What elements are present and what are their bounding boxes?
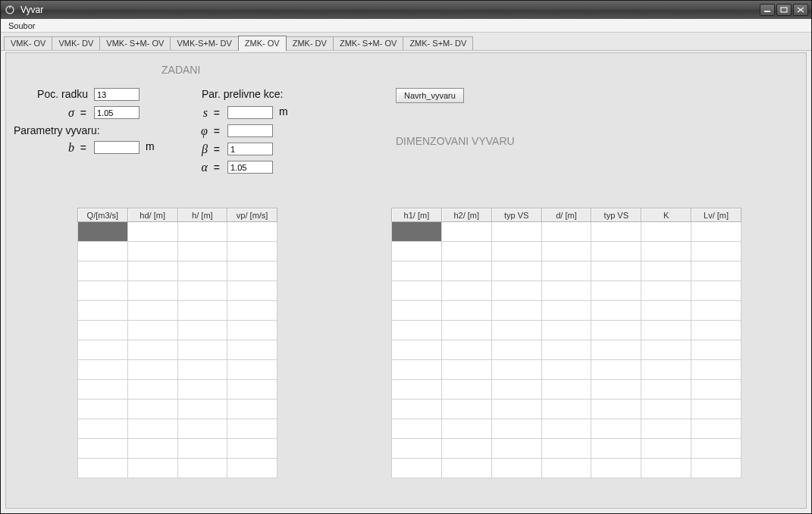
table-cell[interactable] (392, 340, 442, 360)
table-row[interactable] (78, 222, 277, 242)
input-b[interactable] (94, 141, 140, 154)
table-cell[interactable] (591, 222, 641, 242)
table-cell[interactable] (441, 400, 491, 419)
table-cell[interactable] (392, 439, 442, 459)
table-cell[interactable] (78, 321, 128, 340)
table-cell[interactable] (541, 400, 591, 419)
table-row[interactable] (392, 459, 741, 478)
table-cell[interactable] (127, 222, 177, 242)
table-row[interactable] (78, 400, 277, 419)
tab-vmk-dv[interactable]: VMK- DV (52, 36, 100, 50)
table-cell[interactable] (177, 400, 227, 419)
table-cell[interactable] (177, 222, 227, 242)
table-cell[interactable] (691, 281, 741, 301)
column-header[interactable]: typ VS (591, 208, 641, 222)
table-cell[interactable] (78, 400, 128, 419)
table-cell[interactable] (78, 419, 128, 439)
table-cell[interactable] (441, 360, 491, 380)
column-header[interactable]: h1/ [m] (392, 208, 442, 222)
table-cell[interactable] (491, 222, 541, 242)
table-cell[interactable] (227, 439, 277, 459)
table-cell[interactable] (127, 242, 177, 262)
table-row[interactable] (392, 301, 741, 321)
table-cell[interactable] (541, 301, 591, 321)
table-cell[interactable] (441, 380, 491, 400)
table-row[interactable] (78, 419, 277, 439)
table-cell[interactable] (127, 380, 177, 400)
input-sigma[interactable] (94, 106, 140, 119)
column-header[interactable]: vp/ [m/s] (227, 208, 277, 222)
table-cell[interactable] (392, 242, 442, 262)
column-header[interactable]: Q/[m3/s] (78, 208, 128, 222)
table-cell[interactable] (441, 242, 491, 262)
table-row[interactable] (392, 360, 741, 380)
table-cell[interactable] (491, 262, 541, 281)
table-cell[interactable] (541, 242, 591, 262)
tab-vmk-ov[interactable]: VMK- OV (4, 36, 52, 50)
table-cell[interactable] (691, 380, 741, 400)
table-cell[interactable] (491, 459, 541, 478)
table-cell[interactable] (541, 439, 591, 459)
table-cell[interactable] (441, 439, 491, 459)
table-cell[interactable] (127, 301, 177, 321)
table-cell[interactable] (227, 340, 277, 360)
column-header[interactable]: h/ [m] (177, 208, 227, 222)
table-cell[interactable] (591, 242, 641, 262)
table-cell[interactable] (441, 222, 491, 242)
table-cell[interactable] (227, 380, 277, 400)
column-header[interactable]: d/ [m] (541, 208, 591, 222)
table-row[interactable] (78, 321, 277, 340)
table-cell[interactable] (392, 222, 442, 242)
table-cell[interactable] (691, 262, 741, 281)
table-cell[interactable] (491, 439, 541, 459)
column-header[interactable]: h2/ [m] (441, 208, 491, 222)
table-cell[interactable] (691, 459, 741, 478)
table-cell[interactable] (591, 419, 641, 439)
table-cell[interactable] (441, 281, 491, 301)
table-cell[interactable] (541, 360, 591, 380)
table-cell[interactable] (641, 321, 691, 340)
input-alpha[interactable] (227, 161, 273, 174)
table-cell[interactable] (127, 340, 177, 360)
table-cell[interactable] (641, 380, 691, 400)
table-cell[interactable] (691, 439, 741, 459)
table-cell[interactable] (441, 419, 491, 439)
close-button[interactable] (793, 4, 808, 16)
tab-zmk-dv[interactable]: ZMK- DV (286, 36, 334, 50)
table-cell[interactable] (691, 242, 741, 262)
table-cell[interactable] (441, 301, 491, 321)
table-cell[interactable] (641, 459, 691, 478)
table-cell[interactable] (641, 262, 691, 281)
table-cell[interactable] (177, 242, 227, 262)
table-cell[interactable] (591, 301, 641, 321)
table-cell[interactable] (541, 262, 591, 281)
table-cell[interactable] (541, 321, 591, 340)
table-cell[interactable] (177, 459, 227, 478)
table-row[interactable] (392, 321, 741, 340)
table-cell[interactable] (392, 281, 442, 301)
table-cell[interactable] (227, 242, 277, 262)
input-poc-radku[interactable] (94, 88, 140, 101)
table-cell[interactable] (177, 340, 227, 360)
table-cell[interactable] (227, 281, 277, 301)
table-cell[interactable] (78, 340, 128, 360)
menu-file[interactable]: Soubor (4, 20, 39, 31)
table-cell[interactable] (591, 321, 641, 340)
tab-zmk-sm-ov[interactable]: ZMK- S+M- OV (333, 36, 403, 50)
table-cell[interactable] (177, 301, 227, 321)
table-cell[interactable] (227, 262, 277, 281)
table-row[interactable] (392, 281, 741, 301)
table-cell[interactable] (491, 321, 541, 340)
table-cell[interactable] (227, 360, 277, 380)
table-cell[interactable] (541, 459, 591, 478)
column-header[interactable]: Lv/ [m] (691, 208, 741, 222)
table-cell[interactable] (227, 400, 277, 419)
table-cell[interactable] (127, 439, 177, 459)
table-row[interactable] (78, 360, 277, 380)
table-cell[interactable] (591, 459, 641, 478)
table-cell[interactable] (177, 439, 227, 459)
minimize-button[interactable] (760, 4, 775, 16)
table-cell[interactable] (591, 400, 641, 419)
input-phi[interactable] (227, 124, 273, 137)
input-beta[interactable] (227, 143, 273, 155)
